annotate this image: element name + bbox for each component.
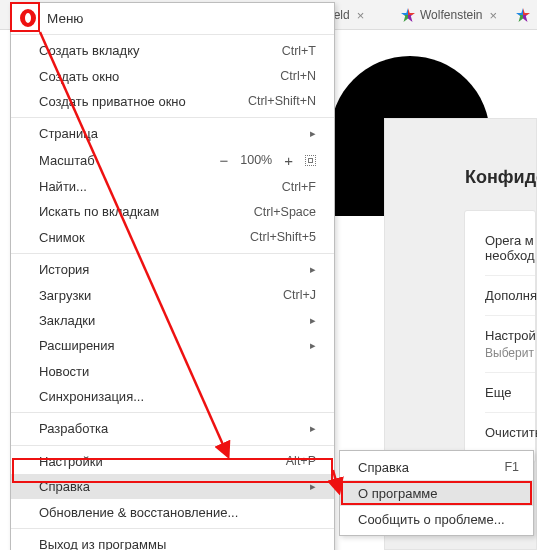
browser-tab[interactable]: [510, 3, 536, 27]
opera-icon: [17, 7, 39, 29]
menu-item-new-private[interactable]: Создать приватное окно Ctrl+Shift+N: [11, 89, 334, 114]
submenu-item-about[interactable]: О программе: [340, 480, 533, 506]
menu-item-new-tab[interactable]: Создать вкладку Ctrl+T: [11, 38, 334, 63]
card-row[interactable]: Очистить: [485, 413, 535, 452]
settings-card: Opera м необход Дополня Настрой Выберит …: [464, 210, 536, 463]
star-icon: [516, 8, 530, 22]
close-icon[interactable]: ×: [355, 8, 367, 23]
chevron-right-icon: ▸: [308, 263, 316, 276]
card-row[interactable]: Дополня: [485, 276, 535, 315]
menu-item-new-window[interactable]: Создать окно Ctrl+N: [11, 63, 334, 88]
menu-item-zoom[interactable]: Масштаб − 100% +: [11, 147, 334, 174]
submenu-item-help[interactable]: Справка F1: [340, 454, 533, 480]
menu-item-settings[interactable]: Настройки Alt+P: [11, 449, 334, 474]
star-icon: [401, 8, 415, 22]
tab-label: Wolfenstein: [420, 8, 482, 22]
menu-item-tabsearch[interactable]: Искать по вкладкам Ctrl+Space: [11, 199, 334, 224]
main-menu: Меню Создать вкладку Ctrl+T Создать окно…: [10, 2, 335, 550]
chevron-right-icon: ▸: [308, 480, 316, 493]
chevron-right-icon: ▸: [308, 314, 316, 327]
menu-item-bookmarks[interactable]: Закладки ▸: [11, 308, 334, 333]
card-row[interactable]: Еще: [485, 373, 535, 412]
menu-title: Меню: [47, 11, 84, 26]
help-submenu: Справка F1 О программе Сообщить о пробле…: [339, 450, 534, 536]
chevron-right-icon: ▸: [308, 339, 316, 352]
menu-item-update[interactable]: Обновление & восстановление...: [11, 499, 334, 524]
menu-item-page[interactable]: Страница ▸: [11, 121, 334, 146]
card-row[interactable]: Opera м необход: [485, 221, 535, 275]
menu-item-snapshot[interactable]: Снимок Ctrl+Shift+5: [11, 225, 334, 250]
zoom-in-button[interactable]: +: [282, 152, 295, 169]
menu-item-downloads[interactable]: Загрузки Ctrl+J: [11, 282, 334, 307]
menu-item-find[interactable]: Найти... Ctrl+F: [11, 174, 334, 199]
menu-item-sync[interactable]: Синхронизация...: [11, 384, 334, 409]
zoom-value: 100%: [240, 153, 272, 167]
card-row[interactable]: Настрой Выберит: [485, 316, 535, 372]
fullscreen-icon[interactable]: [305, 155, 316, 166]
submenu-item-report[interactable]: Сообщить о проблеме...: [340, 506, 533, 532]
chevron-right-icon: ▸: [308, 127, 316, 140]
browser-tab[interactable]: Wolfenstein ×: [395, 3, 505, 27]
menu-item-help[interactable]: Справка ▸: [11, 474, 334, 499]
panel-heading: Конфиден: [465, 167, 536, 188]
menu-item-history[interactable]: История ▸: [11, 257, 334, 282]
menu-item-dev[interactable]: Разработка ▸: [11, 416, 334, 441]
menu-item-news[interactable]: Новости: [11, 359, 334, 384]
zoom-out-button[interactable]: −: [217, 152, 230, 169]
menu-header: Меню: [11, 3, 334, 35]
menu-item-extensions[interactable]: Расширения ▸: [11, 333, 334, 358]
menu-item-exit[interactable]: Выход из программы: [11, 532, 334, 550]
close-icon[interactable]: ×: [487, 8, 499, 23]
chevron-right-icon: ▸: [308, 422, 316, 435]
